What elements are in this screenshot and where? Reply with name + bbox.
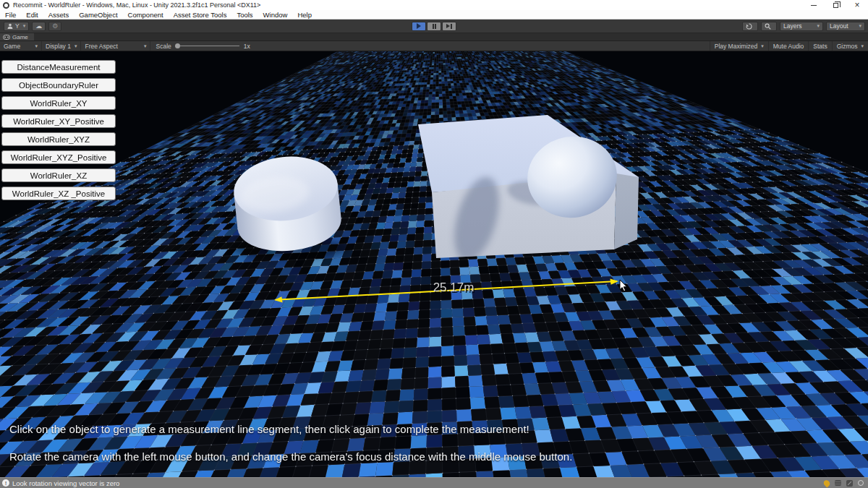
- status-message[interactable]: Look rotation viewing vector is zero: [12, 479, 119, 487]
- status-bar: Look rotation viewing vector is zero: [0, 477, 868, 488]
- main-toolbar: Y Layers Layout: [0, 20, 868, 33]
- minimize-icon: [811, 5, 817, 6]
- menu-window[interactable]: Window: [258, 10, 293, 19]
- view-tab-bar: Game: [0, 33, 868, 41]
- gizmos-dropdown[interactable]: Gizmos: [832, 41, 868, 51]
- pause-icon: [433, 24, 434, 29]
- scale-slider-knob[interactable]: [175, 43, 180, 48]
- pause-button[interactable]: [427, 22, 441, 31]
- menu-component[interactable]: Component: [123, 10, 169, 19]
- cloud-icon: [35, 22, 42, 30]
- instruction-line-2: Rotate the camera with the left mouse bu…: [9, 450, 572, 463]
- step-button[interactable]: [442, 22, 456, 31]
- cache-server-icon[interactable]: [835, 480, 841, 486]
- aspect-ratio-dropdown[interactable]: Free Aspect: [81, 41, 150, 51]
- step-icon: [446, 24, 450, 28]
- menu-gameobject[interactable]: GameObject: [74, 10, 122, 19]
- title-bar: Recommit - WorldRuler - Windows, Mac, Li…: [0, 0, 868, 10]
- maximize-icon: [833, 3, 838, 8]
- menu-assets[interactable]: Assets: [43, 10, 75, 19]
- measurement-value: 25.17m: [433, 281, 475, 294]
- tab-game[interactable]: Game: [0, 33, 34, 40]
- button-worldruler-xyz-positive[interactable]: WorldRuler_XYZ_Positive: [1, 150, 116, 164]
- search-icon: [765, 23, 771, 30]
- button-worldruler-xyz[interactable]: WorldRuler_XYZ: [1, 132, 116, 146]
- game-view-dropdown[interactable]: Game: [0, 41, 42, 51]
- account-label: Y: [15, 22, 20, 30]
- menu-edit[interactable]: Edit: [21, 10, 43, 19]
- person-icon: [7, 23, 13, 29]
- game-viewport[interactable]: 25.17m 25.17m DistanceMeasurement Object…: [0, 51, 868, 477]
- arrowhead-left: [274, 296, 283, 302]
- scale-value: 1x: [244, 43, 250, 50]
- button-worldruler-xz[interactable]: WorldRuler_XZ: [1, 168, 116, 182]
- undo-history-button[interactable]: [742, 22, 758, 31]
- button-worldruler-xy-positive[interactable]: WorldRuler_XY_Positive: [1, 114, 116, 128]
- playmode-controls: [412, 22, 456, 31]
- scale-label: Scale: [156, 43, 171, 50]
- close-icon: [854, 1, 859, 9]
- status-bar-icons: [824, 480, 864, 487]
- button-distance-measurement[interactable]: DistanceMeasurement: [1, 60, 116, 74]
- play-maximized-dropdown[interactable]: Play Maximized: [710, 41, 768, 51]
- minimize-button[interactable]: [803, 0, 825, 10]
- button-worldruler-xy[interactable]: WorldRuler_XY: [1, 96, 116, 110]
- ruler-button-panel: DistanceMeasurement ObjectBoundaryRuler …: [1, 60, 116, 200]
- measurement-line: 25.17m 25.17m: [274, 278, 618, 302]
- menu-tools[interactable]: Tools: [231, 10, 258, 19]
- account-dropdown[interactable]: Y: [4, 22, 29, 31]
- tab-game-label: Game: [12, 34, 28, 40]
- maximize-button[interactable]: [825, 0, 846, 10]
- toolbar-right-group: Layers Layout: [742, 22, 865, 31]
- scale-control: Scale 1x: [150, 43, 255, 50]
- menu-bar: File Edit Assets GameObject Component As…: [0, 10, 868, 20]
- unity-editor-window: Recommit - WorldRuler - Windows, Mac, Li…: [0, 0, 868, 488]
- layers-dropdown[interactable]: Layers: [780, 22, 823, 31]
- warning-icon: [2, 479, 9, 487]
- close-button[interactable]: [846, 0, 868, 10]
- search-button[interactable]: [761, 22, 777, 31]
- gear-icon: [52, 22, 58, 30]
- history-icon: [746, 23, 752, 30]
- stats-toggle[interactable]: Stats: [808, 41, 831, 51]
- display-dropdown[interactable]: Display 1: [42, 41, 81, 51]
- play-button[interactable]: [412, 22, 426, 31]
- services-button[interactable]: [48, 22, 61, 31]
- window-title: Recommit - WorldRuler - Windows, Mac, Li…: [13, 1, 260, 9]
- mute-audio-toggle[interactable]: Mute Audio: [768, 41, 809, 51]
- arrowhead-right: [610, 278, 618, 284]
- cloud-button[interactable]: [32, 22, 46, 31]
- toolbar-left-group: Y: [4, 22, 61, 31]
- menu-asset-store-tools[interactable]: Asset Store Tools: [169, 10, 232, 19]
- code-coverage-icon[interactable]: [846, 480, 853, 487]
- lighting-icon[interactable]: [822, 479, 831, 487]
- window-controls: [803, 0, 868, 10]
- layout-dropdown[interactable]: Layout: [826, 22, 865, 31]
- mouse-cursor: [620, 280, 627, 291]
- menu-help[interactable]: Help: [292, 10, 317, 19]
- game-toolbar-right: Play Maximized Mute Audio Stats Gizmos: [710, 41, 868, 51]
- unity-logo-icon: [3, 2, 9, 9]
- game-view-icon: [3, 35, 10, 40]
- cylinder-object[interactable]: [231, 152, 349, 259]
- menu-file[interactable]: File: [0, 10, 21, 19]
- scale-slider[interactable]: [176, 46, 239, 46]
- scene-objects: 25.17m 25.17m: [0, 51, 868, 477]
- game-view-toolbar: Game Display 1 Free Aspect Scale 1x Play…: [0, 41, 868, 51]
- progress-icon[interactable]: [858, 480, 864, 486]
- button-worldruler-xz-positive[interactable]: WorldRuler_XZ _Positive: [1, 187, 116, 200]
- instruction-line-1: Click on the object to generate a measur…: [9, 423, 529, 435]
- button-object-boundary-ruler[interactable]: ObjectBoundaryRuler: [1, 78, 116, 92]
- play-icon: [417, 23, 421, 29]
